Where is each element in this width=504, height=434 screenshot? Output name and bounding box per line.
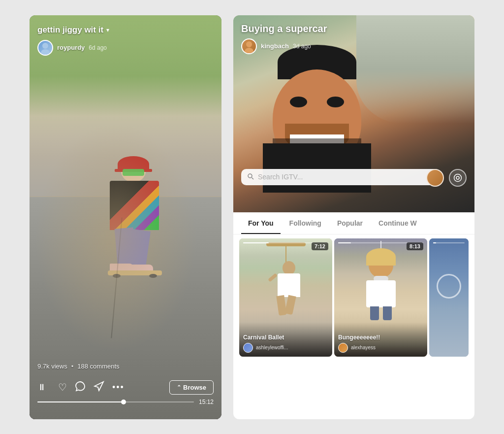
card-2-duration: 8:13: [407, 242, 423, 250]
card-1-title: Carnival Ballet: [243, 334, 328, 341]
card-2-user-row: alexhayess: [338, 343, 423, 353]
figure-shoe-left: [110, 264, 133, 272]
hero-user-row: kingbach 3d ago: [241, 38, 467, 54]
eye-left: [290, 97, 307, 107]
video-title: gettin jiggy wit it: [37, 25, 103, 35]
tab-for-you[interactable]: For You: [241, 212, 281, 234]
svg-point-2: [246, 41, 252, 47]
video-top-overlay: gettin jiggy wit it ▾ roypurdy 6d ago: [30, 15, 221, 60]
card-1-progress-fill: [243, 242, 269, 243]
more-button[interactable]: •••: [112, 382, 125, 393]
eye-right: [327, 97, 344, 107]
share-button[interactable]: [94, 381, 104, 394]
video-grid: 7:12 Carnival Ballet ashleylewoffi...: [233, 234, 474, 419]
comments-count: 188 comments: [77, 363, 119, 370]
progress-track[interactable]: [37, 401, 194, 402]
svg-point-6: [456, 176, 459, 179]
hero-video[interactable]: Buying a supercar kingbach 3d ago: [233, 15, 474, 212]
tab-popular[interactable]: Popular: [330, 212, 370, 234]
search-placeholder-text: Search IGTV...: [258, 173, 303, 181]
svg-point-1: [41, 49, 50, 55]
user-avatar-icon[interactable]: [426, 169, 444, 187]
hero-username[interactable]: kingbach: [261, 42, 289, 50]
video-card-3[interactable]: [429, 238, 469, 357]
figure-cap: [118, 156, 149, 172]
search-icon: [247, 173, 254, 181]
figure-head: [121, 160, 146, 182]
skateboarder-figure: [94, 160, 173, 298]
card-2-title: Bungeeeeeee!!: [338, 334, 423, 341]
progress-time: 15:12: [199, 399, 214, 405]
video-card-2[interactable]: 8:13 Bungeeeeeee!! alexhayess: [334, 238, 427, 357]
browse-button[interactable]: ⌃ Browse: [169, 380, 214, 395]
hero-person-figure: [263, 45, 371, 173]
skater-background: [30, 15, 221, 419]
card-1-avatar: [243, 343, 253, 353]
video-card-1[interactable]: 7:12 Carnival Ballet ashleylewoffi...: [239, 238, 332, 357]
video-stats: 9.7k views • 188 comments: [37, 363, 120, 370]
card-1-username: ashleylewoffi...: [256, 345, 288, 350]
card-3-background: [429, 238, 469, 357]
comment-button[interactable]: [75, 381, 86, 394]
dropdown-arrow-icon[interactable]: ▾: [106, 27, 109, 33]
search-input-wrap[interactable]: Search IGTV...: [241, 169, 440, 185]
ferris-wheel: [437, 274, 461, 299]
svg-point-4: [248, 174, 252, 178]
card-3-progress-bar: [433, 242, 465, 243]
left-video-panel: gettin jiggy wit it ▾ roypurdy 6d ago 9.…: [30, 15, 221, 419]
hero-time-ago: 3d ago: [293, 43, 311, 50]
stats-separator: •: [71, 363, 74, 370]
bungee-figure: [361, 253, 401, 317]
search-bar: Search IGTV...: [241, 169, 440, 185]
heart-button[interactable]: ♡: [58, 381, 67, 393]
figure-pants-right: [127, 229, 151, 268]
app-container: gettin jiggy wit it ▾ roypurdy 6d ago 9.…: [20, 5, 484, 429]
views-count: 9.7k views: [37, 363, 67, 370]
video-controls: ⏸ ♡ ••• ⌃ Browse: [37, 380, 214, 395]
card-2-info: Bungeeeeeee!! alexhayess: [334, 322, 427, 357]
progress-knob[interactable]: [121, 400, 126, 404]
browse-label: Browse: [183, 384, 206, 391]
figure-shoe-right: [131, 265, 153, 272]
browse-chevron-icon: ⌃: [177, 384, 181, 391]
progress-fill: [37, 401, 124, 402]
video-user-row: roypurdy 6d ago: [37, 40, 214, 56]
figure-jacket: [110, 181, 159, 230]
svg-point-3: [245, 48, 253, 53]
pause-button[interactable]: ⏸: [37, 382, 46, 393]
settings-icon[interactable]: [449, 169, 467, 187]
tab-continue[interactable]: Continue W: [372, 212, 424, 234]
tab-following[interactable]: Following: [283, 212, 328, 234]
progress-bar-container: 15:12: [37, 399, 214, 405]
svg-point-7: [454, 174, 462, 181]
video-title-row: gettin jiggy wit it ▾: [37, 25, 214, 35]
video-background: [30, 15, 221, 419]
hero-right-icons: [426, 169, 467, 187]
time-ago-label: 6d ago: [89, 44, 107, 51]
shirt: [263, 143, 371, 193]
dancer-figure: [272, 261, 306, 315]
svg-point-0: [42, 43, 48, 49]
card-1-info: Carnival Ballet ashleylewoffi...: [239, 322, 332, 357]
card-2-username: alexhayess: [351, 345, 376, 350]
svg-line-5: [252, 177, 254, 179]
card-3-progress-fill: [433, 242, 436, 243]
figure-pants-left: [115, 227, 137, 268]
hero-top-info: Buying a supercar kingbach 3d ago: [241, 23, 467, 54]
hero-avatar[interactable]: [241, 38, 257, 54]
card-2-avatar: [338, 343, 348, 353]
figure-glasses: [123, 169, 144, 176]
card-2-progress-fill: [338, 242, 351, 243]
card-1-user-row: ashleylewoffi...: [243, 343, 328, 353]
card-1-duration: 7:12: [312, 242, 328, 250]
tab-bar: For You Following Popular Continue W: [233, 212, 474, 234]
figure-skateboard: [108, 270, 162, 275]
hero-title: Buying a supercar: [241, 23, 467, 34]
avatar[interactable]: [37, 40, 53, 56]
username-label[interactable]: roypurdy: [57, 44, 85, 51]
right-igtv-panel: Buying a supercar kingbach 3d ago: [233, 15, 474, 419]
